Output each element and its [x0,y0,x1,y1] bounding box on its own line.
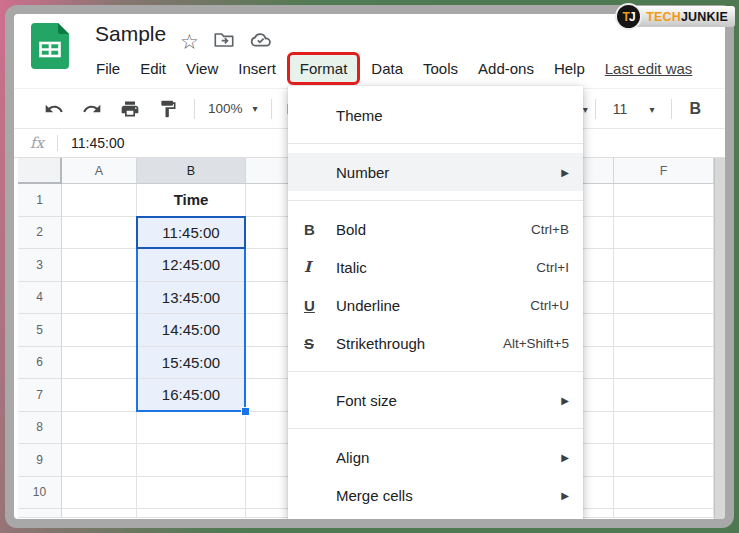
format-dropdown-menu: Theme Number▶ B BoldCtrl+B I ItalicCtrl+… [288,86,583,519]
row-header-4[interactable]: 4 [18,282,62,315]
cell-B5[interactable]: 14:45:00 [137,314,246,347]
star-icon[interactable]: ☆ [180,31,199,53]
cell-B6[interactable]: 15:45:00 [137,347,246,380]
submenu-arrow-icon: ▶ [561,395,569,406]
formula-bar-value[interactable]: 11:45:00 [71,135,124,151]
menu-item-theme[interactable]: Theme [288,96,583,134]
row-header-8[interactable]: 8 [18,412,62,445]
row-header-7[interactable]: 7 [18,379,62,412]
cell-A5[interactable] [62,314,137,347]
cell-B3[interactable]: 12:45:00 [137,249,246,282]
fx-icon: fx [30,134,44,152]
menu-data[interactable]: Data [361,55,413,82]
menu-item-underline[interactable]: U UnderlineCtrl+U [288,286,583,324]
submenu-arrow-icon: ▶ [561,490,569,501]
cell-A4[interactable] [62,282,137,315]
last-edit-link[interactable]: Last edit was [605,60,693,77]
menu-help[interactable]: Help [544,55,595,82]
menu-file[interactable]: File [86,55,130,82]
menu-item-bold[interactable]: B BoldCtrl+B [288,210,583,248]
cell-F6[interactable] [614,347,714,380]
menu-view[interactable]: View [176,55,228,82]
cell-F5[interactable] [614,314,714,347]
menu-bar: File Edit View Insert Format Data Tools … [86,52,692,84]
cell-A11[interactable] [62,509,137,518]
menu-insert[interactable]: Insert [228,55,286,82]
paint-format-icon[interactable] [158,99,178,119]
toolbar-divider [671,99,672,119]
fill-handle[interactable] [241,407,250,416]
cell-A7[interactable] [62,379,137,412]
cell-B11[interactable] [137,509,246,518]
row-header-2[interactable]: 2 [18,217,62,250]
cell-F3[interactable] [614,249,714,282]
cell-B9[interactable] [137,444,246,477]
cell-F2[interactable] [614,217,714,250]
cell-B10[interactable] [137,477,246,510]
cell-A8[interactable] [62,412,137,445]
move-folder-icon[interactable] [213,29,235,55]
google-sheets-logo-icon[interactable] [31,23,69,73]
cell-B7[interactable]: 16:45:00 [137,379,246,412]
font-family-chevron-icon[interactable]: ▾ [583,104,588,115]
cell-F9[interactable] [614,444,714,477]
vertical-scrollbar[interactable] [714,158,725,519]
cell-F10[interactable] [614,477,714,510]
menu-item-align[interactable]: Align▶ [288,438,583,476]
row-header-6[interactable]: 6 [18,347,62,380]
chevron-down-icon: ▾ [649,104,654,115]
cell-F4[interactable] [614,282,714,315]
sheets-app-window: Sample ☆ File Edit View Insert Format Da… [14,14,725,519]
column-header-B[interactable]: B [137,158,246,184]
column-header-A[interactable]: A [62,158,137,184]
row-header-1[interactable]: 1 [18,184,62,217]
cell-F7[interactable] [614,379,714,412]
cell-B4[interactable]: 13:45:00 [137,282,246,315]
toolbar-divider [271,99,272,119]
cell-A9[interactable] [62,444,137,477]
menu-item-merge-cells[interactable]: Merge cells▶ [288,476,583,514]
undo-icon[interactable] [44,99,64,119]
menu-add-ons[interactable]: Add-ons [468,55,544,82]
zoom-select[interactable]: 100%▾ [208,101,258,116]
row-header-10[interactable]: 10 [18,477,62,510]
cell-F1[interactable] [614,184,714,217]
menu-item-strikethrough[interactable]: S StrikethroughAlt+Shift+5 [288,324,583,362]
row-header-9[interactable]: 9 [18,444,62,477]
menu-format-active[interactable]: Format [290,55,358,82]
select-all-corner[interactable] [18,158,62,184]
column-header-F[interactable]: F [614,158,714,184]
menu-item-font-size[interactable]: Font size▶ [288,381,583,419]
window-chrome: Sample ☆ File Edit View Insert Format Da… [5,5,734,528]
cell-B1[interactable]: Time [137,184,246,217]
menu-item-italic[interactable]: I ItalicCtrl+I [288,248,583,286]
bold-button[interactable]: B [689,100,701,118]
cell-F8[interactable] [614,412,714,445]
menu-tools[interactable]: Tools [413,55,468,82]
cell-B8[interactable] [137,412,246,445]
menu-edit[interactable]: Edit [130,55,176,82]
techjunkie-logo-text: TECHJUNKIE [629,6,735,27]
techjunkie-watermark: TJ TECHJUNKIE [615,3,735,30]
font-size-select[interactable]: 11▾ [613,101,655,117]
menu-divider [288,143,583,144]
row-header-3[interactable]: 3 [18,249,62,282]
cell-A6[interactable] [62,347,137,380]
document-title[interactable]: Sample [95,22,166,46]
cell-A10[interactable] [62,477,137,510]
toolbar-divider [595,99,596,119]
print-icon[interactable] [120,99,140,119]
cell-F11[interactable] [614,509,714,518]
toolbar-divider [194,99,195,119]
row-header-5[interactable]: 5 [18,314,62,347]
menu-item-number[interactable]: Number▶ [288,153,583,191]
italic-icon: I [304,258,311,276]
underline-icon: U [304,297,315,314]
cell-B2[interactable]: 11:45:00 [137,217,246,250]
cell-A2[interactable] [62,217,137,250]
cloud-saved-icon[interactable] [249,28,272,55]
redo-icon[interactable] [82,99,102,119]
cell-A1[interactable] [62,184,137,217]
menu-divider [288,371,583,372]
cell-A3[interactable] [62,249,137,282]
